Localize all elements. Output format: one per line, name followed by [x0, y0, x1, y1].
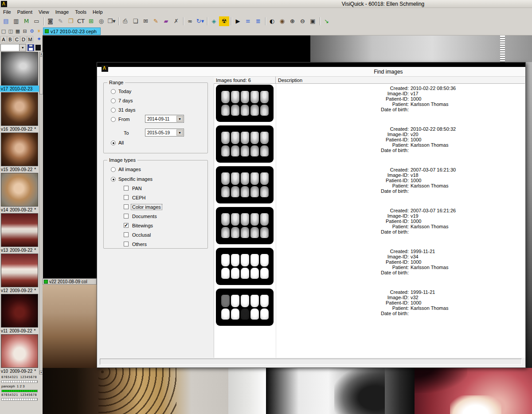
capture-icon[interactable]: ▣: [308, 16, 318, 26]
checkbox-icon[interactable]: [124, 195, 129, 200]
thumbnail-image[interactable]: [1, 334, 38, 368]
result-thumbnail[interactable]: [216, 85, 274, 122]
zoom-out-icon[interactable]: ⊖: [297, 16, 308, 26]
image-type-checkbox-row[interactable]: Documents: [124, 211, 203, 221]
sync-dropdown-icon[interactable]: ↻▾: [195, 16, 205, 26]
result-thumbnail[interactable]: [216, 166, 274, 203]
scroll-up-icon[interactable]: ▲: [39, 52, 43, 56]
radio-today[interactable]: Today: [111, 88, 131, 94]
thumbnail-label[interactable]: v10 2009-09-22 *: [0, 368, 39, 374]
radio-31-days[interactable]: 31 days: [111, 107, 136, 113]
chevron-down-icon[interactable]: ▼: [19, 44, 26, 51]
print-icon[interactable]: ⎙: [120, 16, 130, 26]
thumbnail-item[interactable]: v13 2009-09-22 *: [0, 213, 39, 254]
separator[interactable]: [42, 16, 45, 26]
radio-specific-images[interactable]: Specific images: [111, 176, 153, 182]
thumbnail-image[interactable]: [1, 213, 38, 247]
result-item[interactable]: Created:1999-11-21 Image-ID:v34 Patient-…: [214, 247, 525, 288]
thumbnail-item[interactable]: v12 2009-09-22 *: [0, 254, 39, 294]
radio-icon[interactable]: [111, 167, 116, 172]
result-item[interactable]: Created:2010-02-22 08:50:32 Image-ID:v20…: [214, 125, 525, 165]
invert-icon[interactable]: ◐: [267, 16, 277, 26]
checkbox-label[interactable]: Others: [131, 242, 148, 247]
grid-view-icon[interactable]: ⊞: [86, 16, 96, 26]
from-date-combo[interactable]: 2014-09-11 ▼: [145, 115, 184, 123]
series-letter-button[interactable]: M: [27, 36, 33, 43]
menu-item[interactable]: File: [0, 9, 14, 15]
chevron-down-icon[interactable]: ▼: [176, 129, 183, 136]
photo-profile-xray[interactable]: [266, 368, 415, 414]
color-photo-partial[interactable]: [43, 285, 97, 368]
radio-all-images[interactable]: All images: [111, 166, 141, 172]
zoom-in-icon[interactable]: ⊕: [287, 16, 297, 26]
email-icon[interactable]: ✉: [141, 16, 151, 26]
checkbox-label[interactable]: Documents: [131, 214, 158, 219]
layout-grid-icon[interactable]: ▦: [14, 27, 21, 35]
checkbox-label[interactable]: PAN: [131, 186, 143, 191]
thumbnail-image[interactable]: [1, 52, 38, 86]
radio-icon[interactable]: [111, 117, 116, 122]
thumbnail-label[interactable]: v15 2009-09-22 *: [0, 166, 39, 172]
copy-icon[interactable]: ❐: [66, 16, 76, 26]
radio-7-days[interactable]: 7 days: [111, 98, 133, 104]
layout-single-icon[interactable]: □: [0, 27, 7, 35]
checkbox-icon[interactable]: [124, 186, 129, 191]
probe-icon[interactable]: ✎: [55, 16, 66, 26]
layout-rows-icon[interactable]: ⊟: [21, 27, 28, 35]
checkbox-icon[interactable]: [124, 242, 129, 246]
chevron-down-icon[interactable]: ▼: [176, 116, 183, 122]
next-image-icon[interactable]: ↘: [321, 16, 332, 26]
ct-mode-button[interactable]: CT: [76, 16, 86, 26]
list-thumbs-icon[interactable]: ≡: [243, 16, 253, 26]
menu-item[interactable]: Help: [90, 9, 106, 15]
image-type-checkbox-row[interactable]: Occlusal: [124, 230, 203, 239]
photo-intraoral[interactable]: [415, 368, 532, 414]
radio-icon[interactable]: [111, 98, 116, 103]
thumbnail-label[interactable]: v14 2009-09-22 *: [0, 207, 39, 213]
image-type-checkbox-row[interactable]: Color images: [124, 202, 203, 211]
radio-icon[interactable]: [111, 177, 116, 182]
compare-icon[interactable]: ◈: [209, 16, 219, 26]
separator[interactable]: [117, 16, 120, 26]
result-item[interactable]: Created:1999-11-21 Image-ID:v32 Patient-…: [214, 288, 525, 328]
checkbox-icon[interactable]: [124, 223, 129, 228]
thumbnail-item[interactable]: v10 2009-09-22 *: [0, 334, 39, 375]
thumbnail-item[interactable]: v15 2009-09-22 *: [0, 133, 39, 173]
thumbnail-image[interactable]: [1, 173, 38, 207]
thumbnail-item[interactable]: v17 2010-02-23: [0, 52, 39, 92]
tooth-status-row-green[interactable]: [1, 390, 38, 392]
image-type-checkbox-row[interactable]: PAN: [124, 184, 203, 193]
thumbnail-label[interactable]: v12 2009-09-22 *: [0, 287, 39, 293]
image-type-checkbox-row[interactable]: CEPH: [124, 193, 203, 202]
settings-gear-icon[interactable]: ⚙: [28, 27, 35, 35]
layout-columns-icon[interactable]: ◫: [7, 27, 14, 35]
thumbnail-item[interactable]: v16 2009-09-22 *: [0, 92, 39, 133]
monitor-icon[interactable]: ▭: [31, 16, 42, 26]
result-item[interactable]: Created:2010-02-22 08:50:36 Image-ID:v17…: [214, 84, 525, 125]
save-icon[interactable]: [27, 44, 34, 51]
result-item[interactable]: Created:2007-03-07 16:21:26 Image-ID:v19…: [214, 206, 525, 247]
thumbnail-item[interactable]: v14 2009-09-22 *: [0, 173, 39, 213]
separator[interactable]: [318, 16, 321, 26]
black-square-button[interactable]: [35, 45, 41, 51]
menu-item[interactable]: Patient: [14, 9, 35, 15]
thumbnail-image[interactable]: [1, 92, 38, 126]
thumbnail-label[interactable]: v11 2009-09-22 *: [0, 328, 39, 334]
checkbox-label[interactable]: CEPH: [131, 195, 147, 200]
series-letter-button[interactable]: A: [0, 36, 7, 43]
annotate-icon[interactable]: ✎: [151, 16, 161, 26]
display-settings-icon[interactable]: ✦: [37, 36, 41, 43]
tab-v17-ceph[interactable]: v17 2010-02-23 ceph: [43, 27, 101, 35]
separator[interactable]: [181, 16, 185, 26]
tooth-status-row[interactable]: [1, 380, 38, 383]
list-details-icon[interactable]: ≣: [253, 16, 263, 26]
export-icon[interactable]: ▶: [233, 16, 243, 26]
checkbox-label[interactable]: Color images: [131, 204, 162, 210]
menu-item[interactable]: Image: [52, 9, 72, 15]
print-layout-icon[interactable]: ❏: [130, 16, 141, 26]
radio-icon[interactable]: [111, 141, 116, 145]
radiation-icon[interactable]: ☢: [219, 16, 229, 26]
image-type-checkbox-row[interactable]: Others: [124, 239, 203, 249]
menu-item[interactable]: Tools: [72, 9, 90, 15]
thumbnail-item[interactable]: v11 2009-09-22 *: [0, 294, 39, 334]
